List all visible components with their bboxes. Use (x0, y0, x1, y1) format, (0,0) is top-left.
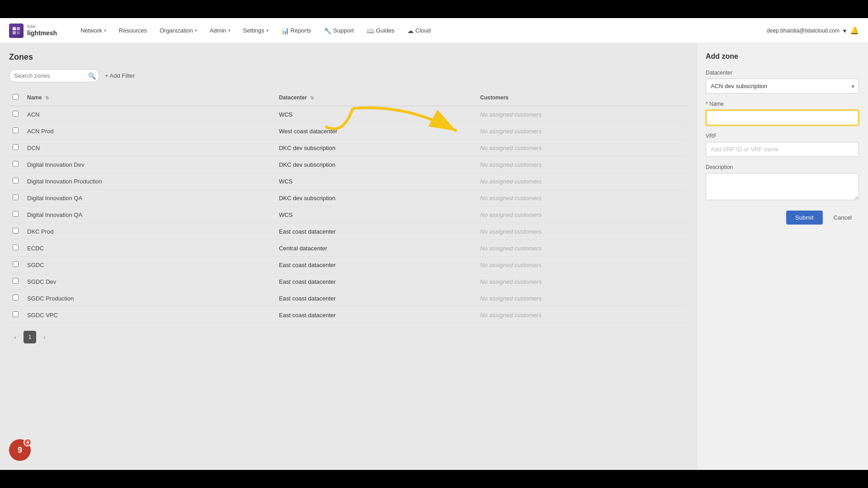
search-input[interactable] (9, 69, 99, 82)
name-form-group: * Name (706, 101, 859, 126)
brand-name: tidal (27, 24, 57, 29)
nav-admin[interactable]: Admin ▾ (204, 24, 236, 37)
add-zone-panel: Add zone Datacenter ACN dev subscription… (696, 43, 868, 470)
cell-datacenter-12: East coast datacenter (275, 307, 476, 324)
row-checkbox-9[interactable] (13, 261, 19, 267)
sort-icon: ⇅ (310, 95, 314, 100)
table-row: SGDC Production East coast datacenter No… (9, 290, 687, 307)
badge-count: 4 (24, 438, 32, 446)
cell-datacenter-5: DKC dev subscription (275, 190, 476, 206)
submit-button[interactable]: Submit (786, 211, 822, 225)
cell-customers-7: No assigned customers (476, 223, 687, 240)
description-label: Description (706, 164, 859, 170)
select-all-checkbox[interactable] (13, 94, 19, 100)
chart-icon: 📊 (281, 27, 289, 34)
nav-resources[interactable]: Resources (113, 24, 152, 37)
row-checkbox-4[interactable] (13, 178, 19, 183)
cell-customers-3: No assigned customers (476, 156, 687, 173)
table-row: ECDC Central datacenter No assigned cust… (9, 240, 687, 257)
cell-name-6: Digital Innovation QA (24, 206, 275, 223)
badge-letter: 9 (18, 446, 22, 455)
description-textarea[interactable] (706, 173, 859, 200)
column-header-customers[interactable]: Customers (476, 89, 687, 106)
search-wrapper: 🔍 (9, 69, 99, 82)
logo-icon (9, 23, 24, 38)
prev-page-button[interactable]: ‹ (9, 331, 22, 343)
cell-datacenter-4: WCS (275, 173, 476, 190)
page-1-button[interactable]: 1 (24, 331, 36, 343)
wrench-icon: 🔧 (324, 27, 331, 34)
svg-rect-2 (13, 31, 16, 34)
chevron-down-icon: ▾ (266, 28, 269, 33)
chevron-down-icon: ▾ (228, 28, 231, 33)
row-checkbox-1[interactable] (13, 127, 19, 133)
nav-reports[interactable]: 📊 Reports (276, 24, 317, 37)
form-actions: Submit Cancel (706, 211, 859, 225)
datacenter-select[interactable]: ACN dev subscription WCS East coast data… (706, 79, 859, 94)
cell-datacenter-11: East coast datacenter (275, 290, 476, 307)
user-email[interactable]: deep.bhalotia@tidalcloud.com (767, 28, 840, 34)
datacenter-label: Datacenter (706, 70, 859, 76)
cell-customers-1: No assigned customers (476, 123, 687, 140)
cell-customers-11: No assigned customers (476, 290, 687, 307)
cancel-button[interactable]: Cancel (826, 211, 859, 225)
floating-user-badge[interactable]: 9 4 (9, 439, 31, 461)
cell-customers-0: No assigned customers (476, 106, 687, 123)
sort-icon: ⇅ (45, 95, 49, 100)
cell-name-7: DKC Prod (24, 223, 275, 240)
nav-network[interactable]: Network ▾ (75, 24, 112, 37)
row-checkbox-5[interactable] (13, 194, 19, 200)
search-button[interactable]: 🔍 (88, 72, 96, 80)
toolbar: 🔍 + Add Filter (9, 69, 687, 82)
row-checkbox-3[interactable] (13, 161, 19, 167)
nav-settings[interactable]: Settings ▾ (238, 24, 274, 37)
notification-bell[interactable]: 🔔 (850, 26, 859, 35)
vrf-label: VRF (706, 133, 859, 139)
cell-name-2: DCN (24, 140, 275, 156)
cell-name-5: Digital Innovation QA (24, 190, 275, 206)
cell-datacenter-8: Central datacenter (275, 240, 476, 257)
add-filter-button[interactable]: + Add Filter (105, 72, 135, 79)
chevron-down-icon: ▾ (104, 28, 106, 33)
cell-datacenter-1: West coast datacenter (275, 123, 476, 140)
column-header-name[interactable]: Name ⇅ (24, 89, 275, 106)
cell-customers-9: No assigned customers (476, 257, 687, 273)
row-checkbox-6[interactable] (13, 211, 19, 217)
svg-rect-3 (17, 31, 20, 34)
logo[interactable]: tidal lightmesh (9, 23, 57, 38)
zones-table-container: Name ⇅ Datacenter ⇅ Customers (9, 89, 687, 324)
row-checkbox-11[interactable] (13, 295, 19, 300)
cloud-icon: ☁ (407, 27, 414, 34)
next-page-button[interactable]: › (38, 331, 51, 343)
vrf-input[interactable] (706, 142, 859, 157)
book-icon: 📖 (367, 27, 374, 34)
svg-rect-1 (17, 27, 20, 30)
cell-name-4: Digital Innovation Production (24, 173, 275, 190)
cell-datacenter-7: East coast datacenter (275, 223, 476, 240)
cell-customers-8: No assigned customers (476, 240, 687, 257)
zone-name-input[interactable] (706, 110, 859, 126)
nav-cloud[interactable]: ☁ Cloud (402, 24, 436, 37)
nav-organization[interactable]: Organization ▾ (154, 24, 203, 37)
nav-guides[interactable]: 📖 Guides (361, 24, 400, 37)
row-checkbox-8[interactable] (13, 244, 19, 250)
row-checkbox-2[interactable] (13, 144, 19, 150)
column-header-datacenter[interactable]: Datacenter ⇅ (275, 89, 476, 106)
nav-support[interactable]: 🔧 Support (318, 24, 359, 37)
cell-name-12: SGDC VPC (24, 307, 275, 324)
cell-customers-6: No assigned customers (476, 206, 687, 223)
cell-customers-12: No assigned customers (476, 307, 687, 324)
row-checkbox-10[interactable] (13, 278, 19, 284)
page-content: Zones 🔍 + Add Filter (0, 43, 868, 470)
row-checkbox-12[interactable] (13, 311, 19, 317)
cell-name-11: SGDC Production (24, 290, 275, 307)
row-checkbox-0[interactable] (13, 111, 19, 117)
user-menu-chevron[interactable]: ▾ (843, 27, 846, 34)
cell-name-1: ACN Prod (24, 123, 275, 140)
description-form-group: Description (706, 164, 859, 202)
main-nav: Network ▾ Resources Organization ▾ Admin… (75, 24, 767, 37)
cell-name-9: SGDC (24, 257, 275, 273)
datacenter-form-group: Datacenter ACN dev subscription WCS East… (706, 70, 859, 94)
row-checkbox-7[interactable] (13, 228, 19, 234)
main-area: Zones 🔍 + Add Filter (0, 43, 696, 470)
